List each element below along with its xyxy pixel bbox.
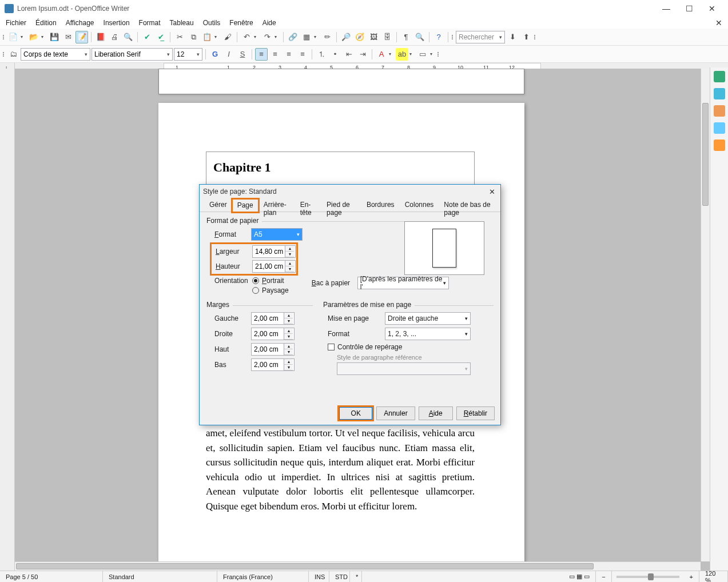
styles-icon[interactable]: 🗂 — [7, 48, 19, 61]
drawing-icon[interactable]: ✏ — [321, 31, 333, 43]
background-color-icon[interactable]: ▭ — [416, 48, 429, 61]
spin-up-icon[interactable]: ▴ — [285, 246, 294, 252]
spin-up-icon[interactable]: ▴ — [284, 328, 293, 334]
vertical-ruler[interactable] — [0, 69, 15, 571]
spin-up-icon[interactable]: ▴ — [284, 359, 293, 365]
copy-icon[interactable]: ⧉ — [187, 31, 200, 43]
datasources-icon[interactable]: 🗄 — [381, 31, 393, 43]
format-paintbrush-icon[interactable]: 🖌 — [221, 31, 234, 43]
preview-icon[interactable]: 🔍 — [122, 31, 134, 43]
tab-page[interactable]: Page — [232, 199, 258, 212]
status-selection-mode[interactable]: STD — [329, 571, 350, 582]
margin-bottom-input[interactable]: ▴▾ — [251, 358, 295, 371]
font-color-dropdown-icon[interactable]: ▾ — [389, 51, 395, 57]
scrollbar-thumb[interactable] — [16, 563, 594, 569]
status-zoom-out[interactable]: − — [596, 571, 611, 582]
menu-edition[interactable]: Édition — [32, 18, 60, 27]
toolbar-handle-2[interactable] — [451, 35, 455, 39]
status-style[interactable]: Standard — [103, 571, 217, 582]
print-icon[interactable]: 🖨 — [108, 31, 121, 43]
close-document-button[interactable]: ✕ — [712, 18, 726, 27]
align-center-icon[interactable]: ≡ — [269, 48, 281, 61]
sidebar-compass-icon[interactable] — [714, 139, 725, 151]
zoom-slider-thumb[interactable] — [648, 573, 654, 580]
undo-icon[interactable]: ↶ — [240, 31, 253, 43]
italic-icon[interactable]: I — [222, 48, 235, 61]
cut-icon[interactable]: ✂ — [173, 31, 186, 43]
scrollbar-thumb[interactable] — [702, 103, 709, 206]
tab-gerer[interactable]: Gérer — [204, 198, 232, 212]
redo-dropdown-icon[interactable]: ▾ — [275, 34, 280, 39]
status-insert-mode[interactable]: INS — [309, 571, 329, 582]
font-size-combo[interactable]: 12 ▾ — [174, 48, 202, 61]
undo-dropdown-icon[interactable]: ▾ — [254, 34, 260, 39]
menu-format[interactable]: Format — [136, 18, 164, 27]
help-button[interactable]: Aide — [419, 406, 453, 420]
horizontal-scrollbar[interactable] — [15, 561, 701, 571]
spellcheck-icon[interactable]: ✔ — [141, 31, 153, 43]
save-icon[interactable]: 💾 — [48, 31, 61, 43]
menu-outils[interactable]: Outils — [200, 18, 224, 27]
spin-up-icon[interactable]: ▴ — [284, 344, 293, 349]
tab-notebas[interactable]: Note de bas de page — [439, 198, 496, 212]
status-language[interactable]: Français (France) — [217, 571, 309, 582]
open-dropdown-icon[interactable]: ▾ — [41, 34, 47, 39]
body-text[interactable]: amet, eleifend vestibulum tortor. Ut vel… — [206, 426, 475, 513]
bold-icon[interactable]: G — [209, 48, 221, 61]
ok-button[interactable]: OK — [339, 406, 373, 420]
tab-colonnes[interactable]: Colonnes — [400, 198, 439, 212]
align-justify-icon[interactable]: ≡ — [296, 48, 309, 61]
zoom-icon[interactable]: 🔍 — [413, 31, 426, 43]
paragraph-style-combo[interactable]: Corps de texte ▾ — [21, 48, 90, 61]
find-next-icon[interactable]: ⬇ — [506, 31, 519, 43]
toolbar-handle-3[interactable] — [534, 35, 537, 39]
paper-height-input[interactable]: ▴▾ — [252, 260, 296, 273]
cancel-button[interactable]: Annuler — [376, 406, 415, 420]
sidebar-gallery-icon[interactable] — [714, 88, 725, 99]
help-icon[interactable]: ? — [432, 31, 445, 43]
status-zoom-in[interactable]: + — [684, 571, 699, 582]
numbered-list-icon[interactable]: ⒈ — [315, 48, 328, 61]
vertical-scrollbar[interactable] — [701, 69, 710, 561]
highlight-dropdown-icon[interactable]: ▾ — [409, 51, 415, 57]
orientation-landscape-radio[interactable]: Paysage — [251, 286, 289, 294]
bullet-list-icon[interactable]: • — [329, 48, 341, 61]
new-dropdown-icon[interactable]: ▾ — [21, 34, 26, 39]
increase-indent-icon[interactable]: ⇥ — [356, 48, 369, 61]
sidebar-properties-icon[interactable] — [714, 71, 725, 82]
paper-width-input[interactable]: ▴▾ — [252, 245, 296, 258]
spin-up-icon[interactable]: ▴ — [285, 261, 294, 266]
decrease-indent-icon[interactable]: ⇤ — [343, 48, 355, 61]
spin-down-icon[interactable]: ▾ — [284, 334, 293, 340]
paste-icon[interactable]: 📋 — [201, 31, 213, 43]
autospellcheck-icon[interactable]: ✔̲ — [154, 31, 167, 43]
toolbar-handle[interactable] — [2, 35, 6, 39]
reset-button[interactable]: Rétablir — [456, 406, 495, 420]
font-name-combo[interactable]: Liberation Serif ▾ — [92, 48, 173, 61]
spin-down-icon[interactable]: ▾ — [284, 365, 293, 370]
sidebar-styles-icon[interactable] — [714, 105, 725, 117]
hyperlink-icon[interactable]: 🔗 — [287, 31, 299, 43]
paper-height-value[interactable] — [253, 262, 285, 270]
new-doc-icon[interactable]: 📄 — [7, 31, 19, 43]
pagelayout-select[interactable]: Droite et gauche ▾ — [385, 312, 471, 325]
spin-down-icon[interactable]: ▾ — [284, 318, 293, 324]
tab-entete[interactable]: En-tête — [295, 198, 321, 212]
highlight-icon[interactable]: ab — [396, 48, 408, 61]
spin-up-icon[interactable]: ▴ — [284, 313, 293, 318]
numformat-select[interactable]: 1, 2, 3, ... ▾ — [385, 328, 471, 340]
font-color-icon[interactable]: A — [375, 48, 388, 61]
status-page[interactable]: Page 5 / 50 — [0, 571, 103, 582]
menu-tableau[interactable]: Tableau — [166, 18, 197, 27]
dialog-close-button[interactable]: ✕ — [487, 186, 497, 197]
spin-down-icon[interactable]: ▾ — [285, 252, 294, 257]
margin-left-input[interactable]: ▴▾ — [251, 312, 295, 325]
status-zoom-value[interactable]: 120 % — [699, 571, 728, 582]
menu-affichage[interactable]: Affichage — [62, 18, 98, 27]
nonprinting-icon[interactable]: ¶ — [400, 31, 412, 43]
find-toolbar-input[interactable]: Rechercher ▾ — [456, 31, 505, 43]
tab-bordures[interactable]: Bordures — [361, 198, 400, 212]
tab-arriereplan[interactable]: Arrière-plan — [258, 198, 295, 212]
edit-file-icon[interactable]: 📝 — [75, 31, 88, 43]
paper-tray-select[interactable]: [D'après les paramètres de l' ▾ — [357, 277, 449, 289]
